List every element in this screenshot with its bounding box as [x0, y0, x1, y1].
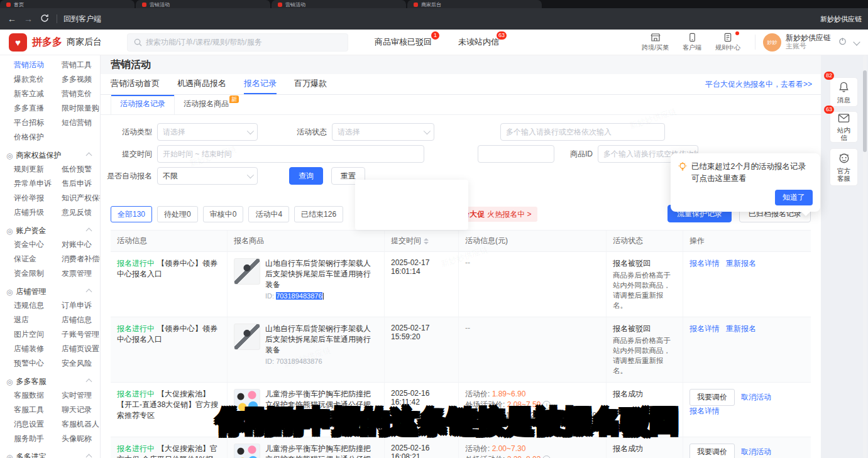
product-thumbnail[interactable]: [234, 258, 260, 285]
forward-icon[interactable]: →: [24, 14, 33, 24]
auto-signup-select[interactable]: 不限: [157, 167, 258, 185]
sidebar-item-短信营销[interactable]: 短信营销: [62, 116, 100, 130]
quick-action-rules[interactable]: 规则中心: [715, 33, 740, 52]
sidebar-item-对账中心[interactable]: 对账中心: [62, 237, 101, 252]
sidebar-item-规则更新[interactable]: 规则更新: [14, 162, 62, 177]
pill-全部130[interactable]: 全部130: [111, 206, 152, 222]
product-thumbnail[interactable]: [234, 444, 260, 458]
sidebar-item-营销竞价[interactable]: 营销竞价: [62, 87, 100, 101]
op-link-重新报名[interactable]: 重新报名: [726, 324, 756, 333]
sidebar-item-服务助手[interactable]: 服务助手: [14, 432, 62, 446]
info-icon[interactable]: i: [542, 455, 551, 458]
power-icon[interactable]: [838, 37, 847, 47]
browser-tab[interactable]: 营销活动: [272, 0, 406, 8]
chevron-up-icon[interactable]: [86, 454, 92, 458]
browser-tab[interactable]: 营销活动: [136, 0, 270, 8]
sidebar-item-退店[interactable]: 退店: [14, 313, 62, 327]
sidebar-item-消息设置[interactable]: 消息设置: [14, 417, 62, 432]
rail-card-消息[interactable]: 消息: [830, 77, 858, 107]
sidebar-item-资金中心[interactable]: 资金中心: [14, 237, 62, 252]
subtab-活动报名商品[interactable]: 活动报名商品新: [175, 95, 238, 114]
back-icon[interactable]: ←: [8, 14, 16, 24]
audit-rejected-link[interactable]: 商品审核已驳回 1: [375, 36, 432, 48]
adjust-price-button[interactable]: 我要调价: [689, 444, 735, 458]
product-thumbnail[interactable]: [234, 324, 260, 350]
activity-type-select[interactable]: 请选择: [157, 123, 258, 141]
sidebar-item-多多直播[interactable]: 多多直播: [14, 101, 62, 116]
sidebar-item-限时限量购[interactable]: 限时限量购: [62, 101, 100, 116]
tab-机遇商品报名[interactable]: 机遇商品报名: [177, 74, 226, 94]
sort-icon[interactable]: [424, 238, 429, 244]
refresh-icon[interactable]: [40, 14, 49, 25]
browser-tab[interactable]: 商家后台: [407, 0, 542, 8]
subtab-活动报名记录[interactable]: 活动报名记录: [111, 95, 175, 114]
scrollbar-thumb[interactable]: [863, 70, 867, 152]
sidebar-item-订单申诉[interactable]: 订单申诉: [62, 298, 100, 313]
sidebar-item-营销工具[interactable]: 营销工具: [62, 58, 100, 72]
global-search-input[interactable]: 搜索功能/订单/课程/规则/帮助/服务: [127, 33, 348, 52]
sidebar-item-异常单申诉[interactable]: 异常单申诉: [14, 177, 62, 191]
sidebar-item-店铺页设置[interactable]: 店铺页设置: [62, 342, 100, 356]
sidebar-item-头像昵称[interactable]: 头像昵称: [62, 432, 100, 446]
chevron-up-icon[interactable]: [86, 379, 92, 385]
tab-百万爆款[interactable]: 百万爆款: [294, 74, 327, 94]
promo-link[interactable]: 平台大促火热报名中，去看看>>: [705, 74, 812, 94]
chevron-down-icon[interactable]: [853, 38, 860, 45]
tab-报名记录[interactable]: 报名记录: [244, 74, 277, 94]
sidebar-item-意见反馈[interactable]: 意见反馈: [62, 205, 101, 220]
pinduoduo-logo-icon[interactable]: ♥: [9, 33, 27, 52]
sidebar-item-实时管理[interactable]: 实时管理: [62, 388, 100, 403]
op-link-报名详情[interactable]: 报名详情: [689, 259, 720, 268]
sidebar-item-聊天记录[interactable]: 聊天记录: [62, 403, 100, 417]
sidebar-item-店铺升级[interactable]: 店铺升级: [14, 205, 62, 220]
sidebar-item-低价预警[interactable]: 低价预警: [62, 162, 101, 177]
sidebar-item-客服工具[interactable]: 客服工具: [14, 403, 62, 417]
sidebar-item-客服数据[interactable]: 客服数据: [14, 388, 62, 403]
pill-待处理0[interactable]: 待处理0: [157, 206, 198, 222]
sidebar-item-资金限制[interactable]: 资金限制: [14, 266, 62, 281]
tooltip-ok-button[interactable]: 知道了: [775, 190, 813, 205]
address-text[interactable]: 回到客户端: [63, 14, 101, 25]
op-link-取消活动[interactable]: 取消活动: [741, 447, 771, 456]
submit-time-range-input[interactable]: 开始时间 ~ 结束时间: [157, 145, 424, 163]
chevron-up-icon[interactable]: [86, 228, 92, 234]
sidebar-item-爆款竞价[interactable]: 爆款竞价: [14, 72, 62, 87]
chevron-up-icon[interactable]: [86, 153, 92, 159]
activity-id-input[interactable]: 多个输入请换行或空格依次输入: [500, 123, 665, 141]
sidebar-item-店铺信息[interactable]: 店铺信息: [62, 313, 100, 327]
op-link-重新报名[interactable]: 重新报名: [726, 259, 756, 268]
sidebar-item-发票管理[interactable]: 发票管理: [62, 266, 101, 281]
sidebar-item-消费者补偿明细[interactable]: 消费者补偿明细: [62, 252, 101, 266]
pill-已结束126[interactable]: 已结束126: [294, 206, 343, 222]
sidebar-item-保证金[interactable]: 保证金: [14, 252, 62, 266]
quick-action-store[interactable]: 跨境/买菜: [642, 33, 669, 52]
sidebar-item-图片空间[interactable]: 图片空间: [14, 327, 62, 342]
chevron-up-icon[interactable]: [86, 289, 92, 295]
sidebar-item-客服机器人[interactable]: 客服机器人: [62, 417, 100, 432]
adjust-price-button[interactable]: 我要调价: [689, 389, 735, 406]
sidebar-item-平台招标[interactable]: 平台招标: [14, 116, 62, 130]
sidebar-item-店铺装修[interactable]: 店铺装修: [14, 342, 62, 356]
sidebar-item-营销活动[interactable]: 营销活动: [14, 58, 62, 72]
rail-card-官方客服[interactable]: 官方 客服: [830, 148, 858, 186]
query-button[interactable]: 查询: [289, 167, 323, 185]
unread-mail-link[interactable]: 未读站内信 63: [458, 36, 499, 48]
sidebar-item-价格保护[interactable]: 价格保护: [14, 130, 62, 144]
sidebar-item-子账号管理[interactable]: 子账号管理: [62, 327, 100, 342]
extra-filter-input[interactable]: [478, 145, 554, 163]
activity-status-select[interactable]: 请选择: [332, 123, 434, 141]
rail-card-站内信[interactable]: 站内 信: [830, 111, 858, 143]
op-link-报名详情[interactable]: 报名详情: [689, 324, 720, 333]
sidebar-item-售后申诉[interactable]: 售后申诉: [62, 177, 101, 191]
op-link-取消活动[interactable]: 取消活动: [741, 393, 771, 401]
pill-活动中4[interactable]: 活动中4: [248, 206, 289, 222]
sidebar-item-违规信息[interactable]: 违规信息: [14, 298, 62, 313]
browser-tab[interactable]: 首页: [0, 0, 135, 8]
sidebar-item-安全风险[interactable]: 安全风险: [62, 356, 100, 371]
sidebar-item-知识产权保护[interactable]: 知识产权保护: [62, 191, 101, 205]
sidebar-item-预警中心[interactable]: 预警中心: [14, 356, 62, 371]
quick-action-client[interactable]: 客户端: [683, 33, 701, 52]
sidebar-item-新客立减[interactable]: 新客立减: [14, 87, 62, 101]
op-link-报名详情[interactable]: 报名详情: [689, 406, 720, 415]
avatar[interactable]: 妙妙: [763, 33, 781, 52]
